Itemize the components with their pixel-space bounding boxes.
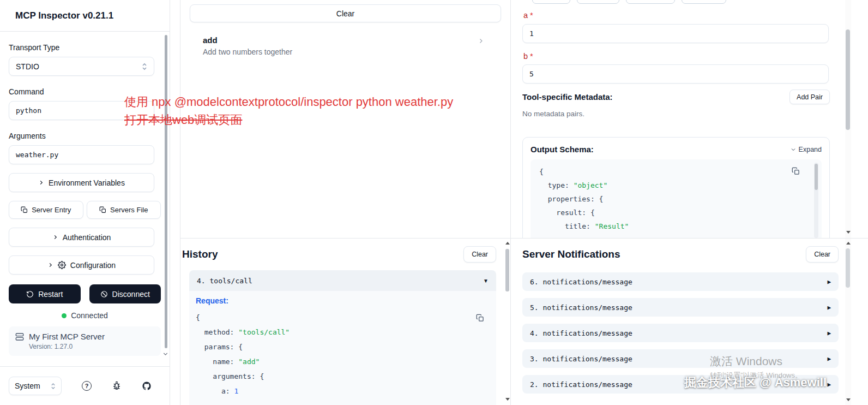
history-entry-label: 4. tools/call [197, 277, 252, 285]
tool-form-pane: a* b* Tool-specific Metadata: Add Pair N… [522, 0, 841, 238]
history-pane: History Clear 4. tools/call ▼ Request: {… [180, 239, 511, 405]
server-entry-label: Server Entry [32, 206, 71, 214]
metadata-label: Tool-specific Metadata: [522, 92, 613, 102]
transport-type-label: Transport Type [9, 43, 161, 52]
clear-notifications-button[interactable]: Clear [806, 246, 839, 263]
server-version: Version: 1.27.0 [29, 343, 154, 350]
bug-report-icon[interactable] [112, 381, 122, 391]
restart-label: Restart [38, 290, 63, 299]
output-schema-label: Output Schema: [531, 145, 594, 154]
truncated-toolbar-button[interactable] [626, 0, 675, 4]
chevron-right-icon [47, 262, 53, 268]
disconnect-button[interactable]: Disconnect [89, 284, 161, 303]
chevron-right-icon [478, 38, 484, 44]
pane-divider[interactable] [180, 238, 868, 239]
expand-label: Expand [799, 146, 822, 153]
page-scrollbar-thumb[interactable] [846, 29, 850, 130]
schema-scrollbar[interactable] [814, 163, 818, 238]
windows-activation-watermark: 激活 Windows [710, 354, 782, 369]
arguments-input[interactable] [16, 151, 147, 159]
history-entry: 4. tools/call ▼ Request: { method: "tool… [189, 270, 496, 405]
transport-type-select[interactable]: STDIO [9, 57, 154, 76]
add-pair-button[interactable]: Add Pair [789, 90, 830, 104]
required-asterisk: * [530, 52, 533, 61]
server-name: My First MCP Server [29, 332, 105, 341]
expand-toggle[interactable]: Expand [790, 146, 822, 153]
param-b-label: b* [523, 52, 533, 61]
sidebar-scrollbar-thumb[interactable] [165, 35, 167, 348]
status-dot [62, 313, 67, 318]
notification-item[interactable]: 4. notifications/message ▶ [522, 324, 839, 342]
select-chevrons-icon [142, 63, 147, 70]
truncated-toolbar-button[interactable] [532, 0, 570, 4]
scroll-down-icon[interactable] [505, 398, 510, 401]
chevron-right-icon [38, 180, 44, 186]
github-icon[interactable] [142, 381, 152, 391]
expand-caret-icon: ▶ [827, 304, 831, 311]
environment-variables-toggle[interactable]: Environment Variables [9, 173, 154, 192]
history-entry-header[interactable]: 4. tools/call ▼ [189, 270, 496, 291]
history-title: History [182, 248, 218, 260]
tool-list-item-add[interactable]: add Add two numbers together [203, 35, 494, 56]
arguments-label: Arguments [9, 132, 161, 140]
notifications-scrollbar-thumb[interactable] [846, 248, 850, 288]
chevron-right-icon [52, 234, 58, 240]
collapse-caret-icon: ▼ [483, 278, 489, 284]
sidebar-scroll-down-icon[interactable] [162, 350, 169, 358]
copy-icon [99, 206, 106, 213]
schema-json-code: { type: "object" properties: { result: {… [539, 165, 822, 233]
scroll-down-icon[interactable] [846, 231, 851, 234]
copy-icon[interactable] [792, 167, 800, 175]
history-entry-body: Request: { method: "tools/call" params: … [189, 291, 496, 405]
authentication-toggle[interactable]: Authentication [9, 228, 154, 247]
no-metadata-text: No metadata pairs. [522, 110, 584, 118]
history-scrollbar[interactable] [505, 240, 510, 404]
param-a-input[interactable] [522, 24, 829, 43]
disconnect-label: Disconnect [112, 290, 150, 299]
sidebar-footer: System ? [0, 366, 170, 405]
arguments-field-wrap [9, 145, 154, 164]
transport-type-value: STDIO [16, 62, 39, 71]
expand-caret-icon: ▶ [827, 278, 831, 285]
sidebar-header: MCP Inspector v0.21.1 [0, 0, 170, 32]
help-icon[interactable]: ? [82, 381, 92, 391]
required-asterisk: * [530, 11, 533, 20]
truncated-toolbar-button[interactable] [577, 0, 619, 4]
server-entry-button[interactable]: Server Entry [9, 201, 83, 219]
theme-value: System [15, 382, 40, 390]
scroll-down-icon[interactable] [846, 398, 851, 401]
select-chevrons-icon [51, 383, 56, 390]
notification-item[interactable]: 3. notifications/message ▶ [522, 349, 839, 368]
schema-scrollbar-thumb[interactable] [815, 164, 818, 190]
restart-button[interactable]: Restart [9, 284, 81, 303]
scroll-up-icon[interactable] [505, 242, 510, 245]
theme-select[interactable]: System [9, 377, 62, 395]
history-scrollbar-thumb[interactable] [505, 249, 509, 291]
scroll-up-icon[interactable] [846, 242, 851, 245]
output-schema-body: { type: "object" properties: { result: {… [531, 159, 822, 238]
clear-history-button[interactable]: Clear [463, 246, 496, 263]
param-a-label: a* [523, 11, 533, 20]
clear-tools-button[interactable]: Clear [190, 4, 501, 22]
server-info-card: My First MCP Server Version: 1.27.0 [9, 326, 161, 356]
gear-icon [58, 261, 66, 269]
truncated-toolbar-button[interactable] [682, 0, 726, 4]
copy-icon[interactable] [476, 314, 484, 322]
notifications-scrollbar[interactable] [845, 239, 851, 405]
expand-caret-icon: ▶ [827, 355, 831, 362]
red-annotation: 使用 npx @modelcontextprotocol/inspector p… [124, 93, 453, 129]
copy-icon [21, 206, 28, 213]
request-label: Request: [196, 296, 490, 305]
tool-description: Add two numbers together [203, 47, 494, 56]
configuration-label: Configuration [70, 261, 116, 270]
expand-caret-icon: ▶ [827, 381, 831, 388]
notification-item[interactable]: 5. notifications/message ▶ [522, 298, 839, 317]
servers-file-button[interactable]: Servers File [87, 201, 161, 219]
expand-caret-icon: ▶ [827, 330, 831, 337]
param-b-input[interactable] [522, 64, 829, 84]
notification-item[interactable]: 6. notifications/message ▶ [522, 272, 839, 291]
environment-variables-label: Environment Variables [49, 178, 125, 187]
page-scrollbar[interactable] [845, 0, 851, 238]
configuration-toggle[interactable]: Configuration [9, 255, 154, 275]
community-credit-watermark: 掘金技术社区 @ Asmewill [684, 374, 827, 391]
